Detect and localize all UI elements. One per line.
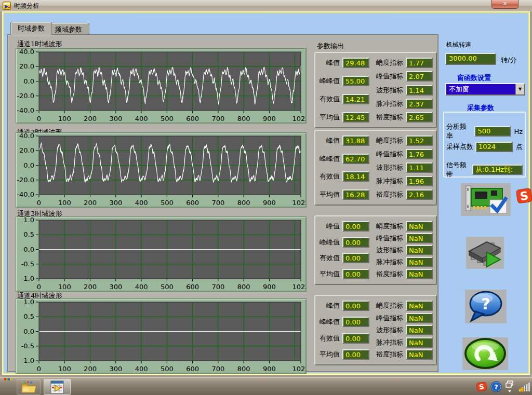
param-row: 峰值指标2.07: [373, 71, 433, 81]
svg-text:700: 700: [211, 115, 224, 122]
param-label: 峭度指标: [373, 58, 406, 67]
svg-text:400: 400: [135, 199, 148, 207]
param-row: 峭度指标1.77: [373, 58, 433, 68]
param-value-indicator: 0.00: [342, 253, 369, 263]
param-value-indicator: 1.76: [406, 149, 433, 159]
param-value-indicator: NaN: [406, 269, 433, 279]
network-icon[interactable]: [518, 380, 530, 393]
svg-text:700: 700: [211, 199, 224, 207]
param-row: 平均值12.45: [317, 112, 369, 122]
param-value-indicator: NaN: [406, 221, 433, 231]
param-label: 峰峰值: [317, 154, 342, 164]
svg-text:200: 200: [84, 199, 97, 207]
acquisition-row: 信号频带从:0.1Hz到:: [446, 160, 523, 179]
chip-run-button[interactable]: [466, 237, 504, 269]
svg-text:0: 0: [37, 283, 41, 291]
acquisition-unit: 点: [513, 142, 523, 152]
param-label: 平均值: [317, 269, 342, 279]
param-label: 裕度指标: [373, 269, 406, 279]
svg-text:1.0: 1.0: [23, 217, 34, 224]
param-group-channel2: 峰值31.88峰峰值62.70有效值18.14平均值16.28峭度指标1.52峰…: [314, 130, 437, 206]
param-value-indicator: 0.00: [342, 349, 369, 360]
param-row: 脉冲指标2.37: [373, 99, 433, 109]
param-row: 裕度指标2.16: [373, 189, 433, 200]
svg-text:0.5: 0.5: [23, 230, 34, 238]
start-orb-partial[interactable]: [4, 378, 11, 380]
system-tray: S ?: [476, 378, 530, 395]
svg-text:0: 0: [37, 115, 41, 122]
window-fn-dropdown[interactable]: 不加窗 ▼: [445, 83, 525, 96]
param-value-indicator: 0.00: [342, 333, 369, 344]
svg-text:?: ?: [494, 383, 498, 391]
param-row: 峰峰值55.00: [317, 76, 369, 86]
svg-text:400: 400: [135, 283, 148, 291]
titlebar: 时频分析 ✕: [0, 0, 532, 11]
acquisition-label-text: 采样点数: [446, 142, 475, 152]
param-label: 脉冲指标: [373, 257, 406, 267]
svg-text:500: 500: [161, 115, 174, 122]
svg-text:600: 600: [186, 115, 199, 122]
param-label: 峰峰值: [317, 317, 342, 326]
param-label: 脉冲指标: [373, 338, 406, 347]
param-row: 裕度指标NaN: [373, 269, 433, 279]
help-button[interactable]: ?: [465, 290, 507, 323]
acquisition-unit: Hz: [511, 128, 523, 135]
speed-label: 机械转速: [446, 40, 471, 49]
param-value-indicator: 31.88: [342, 135, 369, 146]
param-value-indicator: 1.11: [406, 162, 433, 173]
param-value-indicator: 2.07: [406, 71, 433, 81]
window-fn-label: 窗函数设置: [457, 73, 491, 83]
param-label: 波形指标: [373, 163, 406, 172]
param-group-channel3: 峰值0.00峰峰值0.00有效值0.00平均值0.00峭度指标NaN峰值指标Na…: [314, 215, 437, 285]
param-label: 峰峰值: [317, 76, 342, 86]
param-row: 峰值指标1.76: [373, 149, 433, 159]
tab-time-domain[interactable]: 时域参数: [10, 22, 52, 35]
chart2-waveform: 0100200300400500600700800900102340.020.0…: [16, 132, 307, 208]
svg-text:-20.0: -20.0: [17, 92, 34, 100]
svg-text:100: 100: [58, 365, 71, 373]
hardware-check-button[interactable]: [461, 183, 511, 216]
param-row: 峰峰值62.70: [317, 154, 369, 164]
acquisition-value-field[interactable]: 从:0.1Hz到:: [472, 165, 523, 175]
param-value-indicator: NaN: [406, 313, 433, 323]
tray-help-icon[interactable]: ?: [490, 381, 502, 392]
svg-text:-0.5: -0.5: [21, 342, 34, 350]
acquisition-row: 分析频率500Hz: [446, 122, 523, 141]
param-row: 波形指标1.11: [373, 162, 433, 173]
param-value-indicator: NaN: [406, 257, 433, 267]
acquisition-box: 分析频率500Hz采样点数1024点信号频带从:0.1Hz到:: [443, 112, 526, 178]
params-section-title: 参数输出: [317, 42, 344, 51]
svg-text:400: 400: [135, 365, 148, 373]
param-group-channel1: 峰值29.48峰峰值55.00有效值14.21平均值12.45峭度指标1.77峰…: [314, 52, 437, 128]
taskbar-explorer-button[interactable]: [17, 379, 41, 395]
param-value-indicator: NaN: [406, 337, 433, 348]
param-label: 有效值: [317, 334, 342, 343]
svg-text:1.0: 1.0: [23, 299, 34, 306]
param-row: 峰值0.00: [317, 221, 369, 231]
svg-text:600: 600: [186, 283, 199, 291]
chevron-down-icon[interactable]: ▼: [515, 84, 524, 94]
svg-text:40.0: 40.0: [19, 133, 34, 140]
param-row: 有效值14.21: [317, 94, 369, 104]
chart3-waveform: 010020030040050060070080090010231.00.50.…: [16, 216, 307, 292]
svg-text:800: 800: [237, 365, 250, 373]
tray-s-logo-icon[interactable]: S: [476, 382, 487, 392]
acquisition-value-field[interactable]: 1024: [475, 142, 513, 152]
svg-text:200: 200: [84, 115, 97, 122]
svg-text:300: 300: [109, 199, 122, 207]
param-row: 波形指标NaN: [373, 325, 433, 335]
tab-frequency-domain[interactable]: 频域参数: [48, 23, 89, 35]
param-label: 有效值: [317, 253, 342, 263]
svg-text:800: 800: [237, 283, 250, 291]
param-row: 峰值指标NaN: [373, 313, 433, 323]
refresh-button[interactable]: [462, 337, 508, 370]
svg-text:600: 600: [186, 199, 199, 207]
close-button[interactable]: ✕: [491, 0, 518, 9]
param-value-indicator: NaN: [406, 301, 433, 311]
show-hidden-icons-button[interactable]: [506, 380, 515, 393]
speed-value-field[interactable]: 3000.00: [445, 53, 496, 65]
taskbar-labview-button[interactable]: [44, 379, 71, 395]
svg-text:0.0: 0.0: [23, 328, 34, 335]
svg-text:900: 900: [263, 115, 276, 122]
acquisition-value-field[interactable]: 500: [474, 126, 511, 137]
